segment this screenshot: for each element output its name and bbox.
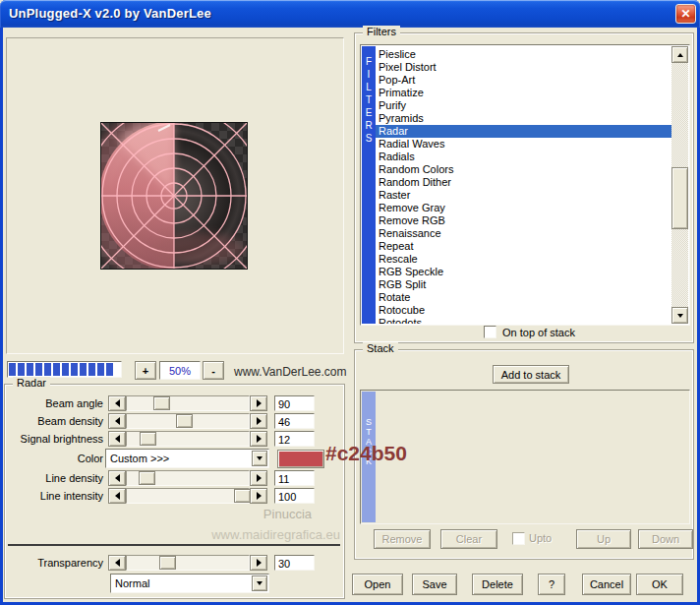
- down-button[interactable]: Down: [638, 529, 693, 549]
- slider-right-arrow[interactable]: [250, 395, 267, 411]
- close-button[interactable]: ✕: [675, 4, 696, 24]
- slider-right-arrow[interactable]: [250, 413, 267, 429]
- line-intensity-value-field[interactable]: [274, 488, 315, 504]
- slider-track[interactable]: [126, 395, 250, 411]
- slider-thumb[interactable]: [234, 489, 251, 503]
- beam-angle-value-field[interactable]: [274, 395, 315, 411]
- filters-bar-letter: L: [362, 81, 376, 93]
- filter-list-item[interactable]: Pixel Distort: [376, 61, 671, 74]
- on-top-of-stack-checkbox[interactable]: [484, 326, 496, 338]
- slider-left-arrow[interactable]: [108, 413, 126, 429]
- ok-button[interactable]: OK: [636, 574, 683, 595]
- transparency-slider[interactable]: [108, 555, 267, 571]
- filter-list-item[interactable]: Radials: [376, 151, 671, 163]
- line-intensity-slider[interactable]: [108, 488, 267, 504]
- filter-list-item[interactable]: Remove Gray: [376, 202, 671, 214]
- slider-right-arrow[interactable]: [250, 431, 267, 447]
- help-button[interactable]: ?: [538, 574, 565, 595]
- signal-brightness-slider[interactable]: [108, 431, 267, 447]
- slider-right-arrow[interactable]: [250, 555, 267, 571]
- color-swatch[interactable]: [277, 450, 324, 468]
- transparency-value-field[interactable]: [274, 555, 315, 571]
- color-row: Color Custom >>>: [0, 449, 346, 469]
- slider-left-arrow[interactable]: [108, 488, 126, 504]
- filter-list-item[interactable]: Rotodots: [376, 317, 671, 324]
- signal-brightness-value-field[interactable]: [274, 431, 315, 447]
- signal-brightness-label: Signal brightness: [8, 431, 103, 445]
- scrollbar-thumb[interactable]: [671, 167, 688, 229]
- filter-list-item[interactable]: Purify: [376, 99, 671, 112]
- transparency-row: Transparency: [0, 555, 346, 571]
- line-density-slider[interactable]: [108, 470, 267, 486]
- filter-list-item[interactable]: Repeat: [376, 240, 671, 253]
- dropdown-arrow-button[interactable]: [252, 451, 267, 466]
- filter-list-item[interactable]: Rescale: [376, 253, 671, 266]
- slider-track[interactable]: [126, 413, 250, 429]
- color-mode-value: Custom >>>: [110, 453, 169, 464]
- filter-list-item[interactable]: Pop-Art: [376, 74, 671, 87]
- filter-list-item[interactable]: Random Colors: [376, 163, 671, 176]
- add-to-stack-button[interactable]: Add to stack: [493, 365, 569, 384]
- filter-list-item[interactable]: Radial Waves: [376, 138, 671, 151]
- filter-list-item[interactable]: Pyramids: [376, 112, 671, 125]
- remove-button[interactable]: Remove: [374, 529, 431, 549]
- slider-left-arrow[interactable]: [108, 555, 126, 571]
- slider-thumb[interactable]: [140, 432, 156, 446]
- line-density-value-field[interactable]: [274, 470, 315, 486]
- cancel-button[interactable]: Cancel: [582, 574, 631, 595]
- slider-track[interactable]: [126, 431, 250, 447]
- stack-listbox[interactable]: STACK: [360, 390, 690, 524]
- filter-list-item[interactable]: Pieslice: [376, 48, 671, 61]
- beam-density-value-field[interactable]: [274, 413, 315, 429]
- slider-track[interactable]: [126, 488, 250, 504]
- filter-list-item[interactable]: Random Dither: [376, 176, 671, 189]
- radar-graphic: [101, 123, 247, 269]
- slider-thumb[interactable]: [176, 414, 193, 428]
- clear-button[interactable]: Clear: [440, 529, 497, 549]
- color-mode-dropdown[interactable]: Custom >>>: [105, 449, 269, 468]
- beam-density-row: Beam density: [0, 413, 346, 429]
- filters-scrollbar[interactable]: [671, 46, 688, 324]
- beam-angle-slider[interactable]: [108, 395, 267, 411]
- filter-list-item[interactable]: RGB Speckle: [376, 266, 671, 278]
- transparency-label: Transparency: [8, 555, 103, 569]
- dropdown-arrow-button[interactable]: [252, 575, 267, 591]
- slider-left-arrow[interactable]: [108, 395, 126, 411]
- filter-list-item[interactable]: Renaissance: [376, 227, 671, 240]
- slider-left-arrow[interactable]: [108, 431, 126, 447]
- title-bar[interactable]: UnPlugged-X v2.0 by VanDerLee ✕: [0, 0, 700, 28]
- zoom-out-button[interactable]: -: [203, 361, 224, 380]
- progress-bar: [7, 361, 122, 378]
- save-button[interactable]: Save: [412, 574, 457, 595]
- filter-list-item[interactable]: Primatize: [376, 87, 671, 99]
- slider-track[interactable]: [126, 555, 250, 571]
- slider-thumb[interactable]: [153, 396, 170, 410]
- filter-list-item[interactable]: Rotate: [376, 291, 671, 304]
- filter-list-item[interactable]: Rotocube: [376, 304, 671, 317]
- beam-density-label: Beam density: [8, 413, 103, 427]
- beam-density-slider[interactable]: [108, 413, 267, 429]
- filter-list-item[interactable]: Radar: [376, 125, 671, 138]
- blend-mode-dropdown[interactable]: Normal: [110, 574, 269, 593]
- line-intensity-label: Line intensity: [8, 488, 103, 502]
- delete-button[interactable]: Delete: [472, 574, 523, 595]
- zoom-level-display[interactable]: 50%: [159, 361, 201, 380]
- filter-list-item[interactable]: Raster: [376, 189, 671, 202]
- filter-list-item[interactable]: Remove RGB: [376, 214, 671, 227]
- slider-thumb[interactable]: [159, 556, 176, 570]
- slider-thumb[interactable]: [139, 471, 155, 485]
- scroll-down-button[interactable]: [671, 307, 688, 324]
- filters-listbox[interactable]: FILTERS PieslicePixel DistortPop-ArtPrim…: [360, 44, 690, 326]
- slider-right-arrow[interactable]: [250, 488, 267, 504]
- open-button[interactable]: Open: [352, 574, 403, 595]
- filters-list[interactable]: PieslicePixel DistortPop-ArtPrimatizePur…: [376, 46, 671, 324]
- filter-list-item[interactable]: RGB Split: [376, 278, 671, 291]
- slider-right-arrow[interactable]: [250, 470, 267, 486]
- zoom-in-button[interactable]: +: [135, 361, 156, 380]
- slider-track[interactable]: [126, 470, 250, 486]
- stack-group-label: Stack: [363, 342, 398, 354]
- slider-left-arrow[interactable]: [108, 470, 126, 486]
- up-button[interactable]: Up: [576, 529, 631, 549]
- scroll-up-button[interactable]: [671, 46, 688, 63]
- upto-checkbox[interactable]: [512, 532, 525, 545]
